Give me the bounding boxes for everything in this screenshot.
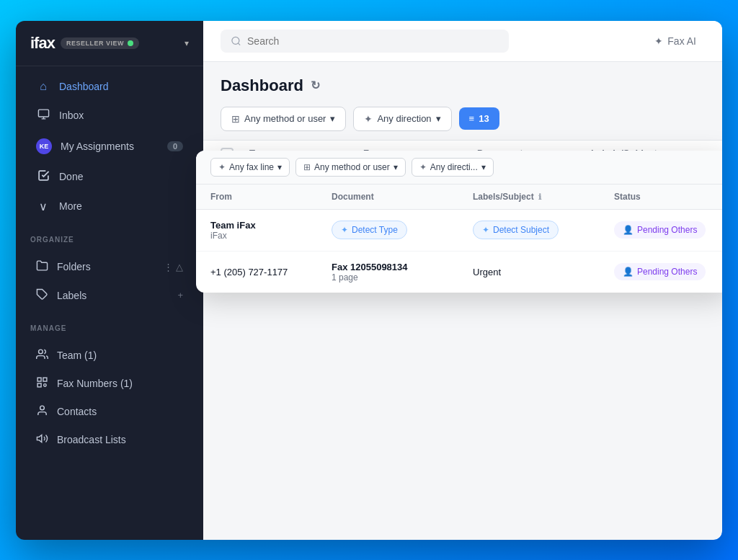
method-user-label: Any method or user xyxy=(244,113,326,124)
pending-others-badge-1: 👤 Pending Others xyxy=(614,221,706,239)
sidebar-header: ifax RESELLER VIEW ▾ xyxy=(16,21,203,66)
labels-header: Labels/Subject ℹ xyxy=(473,192,614,202)
table-row: +1 (205) 727-1177 Fax 12055098134 1 page… xyxy=(196,252,722,293)
floating-direction-label: Any directi... xyxy=(430,162,478,172)
fax-ai-icon: ✦ xyxy=(654,35,663,47)
sender-name-1: Team iFax xyxy=(210,220,332,231)
folder-icon xyxy=(36,259,48,275)
svg-rect-7 xyxy=(37,383,41,386)
sidebar-item-broadcast[interactable]: Broadcast Lists xyxy=(22,426,197,453)
count-filter-button[interactable]: ≡ 13 xyxy=(459,107,499,130)
label-cell-2: Urgent xyxy=(473,265,614,278)
refresh-icon[interactable]: ↻ xyxy=(311,79,320,92)
floating-direction-filter[interactable]: ✦ Any directi... ▾ xyxy=(412,158,494,177)
search-input[interactable] xyxy=(247,35,499,47)
sidebar-item-done[interactable]: Done xyxy=(22,162,197,192)
sidebar-item-contacts[interactable]: Contacts xyxy=(22,398,197,425)
team-icon xyxy=(36,348,48,363)
phone-num-2: +1 (205) 727-1177 xyxy=(210,267,332,277)
manage-nav: Team (1) Fax Numbers (1) Contacts Broadc… xyxy=(16,335,203,460)
dashboard-title-text: Dashboard xyxy=(221,76,303,95)
svg-point-11 xyxy=(232,37,239,44)
svg-line-12 xyxy=(238,43,240,45)
floating-card-header: ✦ Any fax line ▾ ⊞ Any method or user ▾ … xyxy=(196,151,722,185)
folders-label: Folders xyxy=(57,261,91,272)
svg-rect-5 xyxy=(37,378,41,381)
floating-grid-icon: ⊞ xyxy=(303,162,311,172)
spark-icon-1: ✦ xyxy=(341,225,348,235)
organize-nav: Folders ⋮ △ Labels + xyxy=(16,246,203,316)
floating-card: ✦ Any fax line ▾ ⊞ Any method or user ▾ … xyxy=(196,151,722,293)
method-user-dropdown[interactable]: ⊞ Any method or user ▾ xyxy=(221,107,346,131)
direction-icon: ✦ xyxy=(364,113,373,125)
sidebar-item-team[interactable]: Team (1) xyxy=(22,342,197,369)
top-bar: ✦ Fax AI xyxy=(203,21,722,62)
dashboard-section: Dashboard ↻ ⊞ Any method or user ▾ ✦ Any… xyxy=(203,62,722,140)
svg-point-9 xyxy=(40,406,45,410)
reseller-label: RESELLER VIEW xyxy=(66,40,124,47)
pending-label-2: Pending Others xyxy=(637,267,697,277)
app-logo: ifax xyxy=(30,34,55,53)
fax-numbers-label: Fax Numbers (1) xyxy=(57,378,133,389)
direction-dropdown[interactable]: ✦ Any direction ▾ xyxy=(353,107,451,131)
document-header: Document xyxy=(332,192,473,202)
labels-label: Labels xyxy=(57,290,86,301)
detect-subject-label: Detect Subject xyxy=(493,225,549,235)
fax-ai-label: Fax AI xyxy=(667,35,696,47)
detect-type-button[interactable]: ✦ Detect Type xyxy=(332,221,407,239)
contacts-label: Contacts xyxy=(57,406,97,417)
floating-method-chevron: ▾ xyxy=(394,162,398,172)
fax-line-chevron: ▾ xyxy=(277,162,282,172)
sidebar-item-labels[interactable]: Labels + xyxy=(22,282,197,309)
chevron-down-icon: ▾ xyxy=(330,113,335,124)
toggle-dot[interactable] xyxy=(128,40,133,46)
contacts-icon xyxy=(36,404,48,419)
count-label: 13 xyxy=(479,113,489,124)
dashboard-title: Dashboard ↻ xyxy=(221,76,705,95)
fax-line-filter[interactable]: ✦ Any fax line ▾ xyxy=(210,158,290,177)
main-nav: ⌂ Dashboard Inbox KE My Assignments 0 Do… xyxy=(16,66,203,227)
table-row: Team iFax iFax ✦ Detect Type ✦ Detect Su… xyxy=(196,210,722,252)
fax-numbers-icon xyxy=(36,376,48,391)
organize-section-label: ORGANIZE xyxy=(16,227,203,246)
svg-point-4 xyxy=(39,350,43,354)
sidebar-item-dashboard[interactable]: ⌂ Dashboard xyxy=(22,73,197,100)
sidebar-chevron-icon[interactable]: ▾ xyxy=(184,38,189,48)
done-icon xyxy=(36,169,50,185)
from-header: From xyxy=(210,192,332,202)
sidebar-item-my-assignments[interactable]: KE My Assignments 0 xyxy=(22,131,197,161)
sender-sub-1: iFax xyxy=(210,231,332,241)
my-assignments-badge: 0 xyxy=(167,141,183,151)
pending-label-1: Pending Others xyxy=(637,225,697,235)
sidebar-item-folders[interactable]: Folders ⋮ △ xyxy=(22,253,197,281)
reseller-badge: RESELLER VIEW xyxy=(61,37,139,49)
fax-ai-button[interactable]: ✦ Fax AI xyxy=(646,31,705,51)
detect-type-label: Detect Type xyxy=(352,225,398,235)
search-area[interactable] xyxy=(221,30,509,53)
sidebar-item-label: Inbox xyxy=(59,110,84,121)
pending-icon-2: 👤 xyxy=(623,267,633,277)
floating-method-user-filter[interactable]: ⊞ Any method or user ▾ xyxy=(295,158,406,177)
fax-line-icon: ✦ xyxy=(218,162,226,172)
from-cell-2: +1 (205) 727-1177 xyxy=(210,267,332,277)
doc-pages-2: 1 page xyxy=(332,272,473,283)
doc-cell-2: Fax 12055098134 1 page xyxy=(332,262,473,283)
doc-name-2: Fax 12055098134 xyxy=(332,262,473,272)
sidebar: ifax RESELLER VIEW ▾ ⌂ Dashboard Inbox xyxy=(16,21,203,540)
urgent-label-2: Urgent xyxy=(473,267,501,277)
floating-direction-icon: ✦ xyxy=(419,162,427,172)
labels-add-icon[interactable]: + xyxy=(177,290,183,301)
sidebar-item-inbox[interactable]: Inbox xyxy=(22,101,197,130)
sidebar-item-label: More xyxy=(59,200,82,212)
label-icon xyxy=(36,288,48,303)
detect-subject-button[interactable]: ✦ Detect Subject xyxy=(473,221,559,239)
svg-rect-6 xyxy=(43,378,47,381)
status-cell-1: 👤 Pending Others xyxy=(614,221,715,239)
chevron-down-icon-2: ▾ xyxy=(436,113,441,124)
sidebar-item-label: Dashboard xyxy=(59,81,109,92)
pending-icon-1: 👤 xyxy=(623,225,633,235)
from-cell-1: Team iFax iFax xyxy=(210,220,332,241)
svg-marker-10 xyxy=(37,435,41,442)
sidebar-item-more[interactable]: ∨ More xyxy=(22,192,197,221)
sidebar-item-fax-numbers[interactable]: Fax Numbers (1) xyxy=(22,370,197,397)
